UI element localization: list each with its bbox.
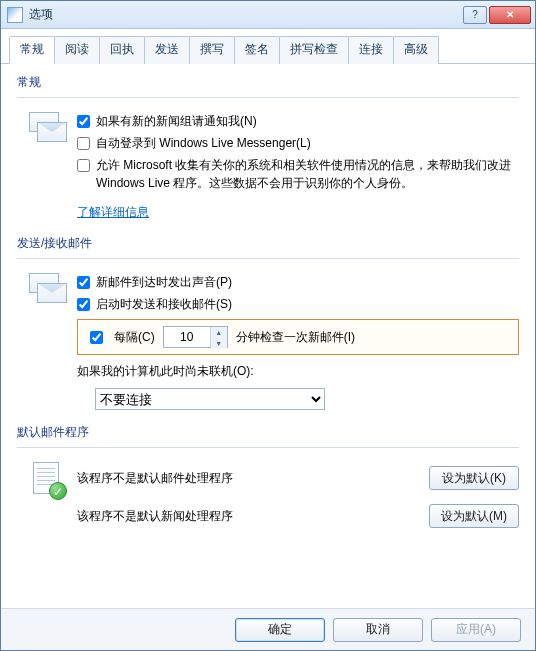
tab-4[interactable]: 撰写	[189, 36, 235, 64]
envelopes-icon	[27, 271, 67, 305]
section-sendrecv-header: 发送/接收邮件	[17, 235, 519, 252]
tab-7[interactable]: 连接	[348, 36, 394, 64]
app-icon	[7, 7, 23, 23]
startup-sendrecv-label[interactable]: 启动时发送和接收邮件(S)	[96, 295, 519, 313]
window-buttons: ? ✕	[463, 6, 531, 24]
tab-5[interactable]: 签名	[234, 36, 280, 64]
default-news-text: 该程序不是默认新闻处理程序	[77, 508, 429, 525]
section-defaults: 默认邮件程序 ✓ 该程序不是默认邮件处理程序 设为默认(K) 该程序不是默认新闻…	[17, 424, 519, 542]
offline-action-select[interactable]: 不要连接	[95, 388, 325, 410]
auto-login-checkbox[interactable]	[77, 137, 90, 150]
play-sound-label[interactable]: 新邮件到达时发出声音(P)	[96, 273, 519, 291]
tab-6[interactable]: 拼写检查	[279, 36, 349, 64]
window-title: 选项	[29, 6, 463, 23]
interval-suffix: 分钟检查一次新邮件(I)	[236, 329, 355, 346]
close-button[interactable]: ✕	[489, 6, 531, 24]
auto-login-label[interactable]: 自动登录到 Windows Live Messenger(L)	[96, 134, 519, 152]
divider	[17, 97, 519, 98]
help-button[interactable]: ?	[463, 6, 487, 24]
tab-bar: 常规阅读回执发送撰写签名拼写检查连接高级	[1, 29, 535, 64]
tab-0[interactable]: 常规	[9, 36, 55, 64]
document-check-icon: ✓	[27, 460, 67, 500]
check-every-checkbox[interactable]	[90, 331, 103, 344]
check-every-label[interactable]: 每隔(C)	[114, 329, 155, 346]
dialog-footer: 确定 取消 应用(A)	[1, 608, 535, 650]
interval-input[interactable]	[164, 327, 210, 347]
options-window: 选项 ? ✕ 常规阅读回执发送撰写签名拼写检查连接高级 常规 如果有新的新闻组	[0, 0, 536, 651]
startup-sendrecv-checkbox[interactable]	[77, 298, 90, 311]
apply-button[interactable]: 应用(A)	[431, 618, 521, 642]
tab-3[interactable]: 发送	[144, 36, 190, 64]
titlebar: 选项 ? ✕	[1, 1, 535, 29]
divider	[17, 258, 519, 259]
play-sound-checkbox[interactable]	[77, 276, 90, 289]
allow-ms-checkbox[interactable]	[77, 159, 90, 172]
section-general-header: 常规	[17, 74, 519, 91]
section-general: 常规 如果有新的新闻组请通知我(N) 自动登录到 Windows Live Me…	[17, 74, 519, 221]
tab-content: 常规 如果有新的新闻组请通知我(N) 自动登录到 Windows Live Me…	[1, 64, 535, 608]
notify-newsgroup-label[interactable]: 如果有新的新闻组请通知我(N)	[96, 112, 519, 130]
set-default-news-button[interactable]: 设为默认(M)	[429, 504, 519, 528]
allow-ms-label[interactable]: 允许 Microsoft 收集有关你的系统和相关软件使用情况的信息，来帮助我们改…	[96, 156, 519, 192]
envelope-icon	[27, 110, 67, 144]
tab-2[interactable]: 回执	[99, 36, 145, 64]
spinner-up[interactable]: ▲	[211, 327, 227, 338]
section-defaults-header: 默认邮件程序	[17, 424, 519, 441]
notify-newsgroup-checkbox[interactable]	[77, 115, 90, 128]
tab-8[interactable]: 高级	[393, 36, 439, 64]
interval-highlight-box: 每隔(C) ▲ ▼ 分钟检查一次新邮件(I)	[77, 319, 519, 355]
ok-button[interactable]: 确定	[235, 618, 325, 642]
section-sendrecv: 发送/接收邮件 新邮件到达时发出声音(P) 启动时发送和接收邮件(S)	[17, 235, 519, 410]
interval-spinner: ▲ ▼	[163, 326, 228, 348]
spinner-down[interactable]: ▼	[211, 338, 227, 349]
default-mail-text: 该程序不是默认邮件处理程序	[77, 470, 429, 487]
cancel-button[interactable]: 取消	[333, 618, 423, 642]
set-default-mail-button[interactable]: 设为默认(K)	[429, 466, 519, 490]
tab-1[interactable]: 阅读	[54, 36, 100, 64]
learn-more-link[interactable]: 了解详细信息	[77, 204, 149, 221]
divider	[17, 447, 519, 448]
offline-label: 如果我的计算机此时尚未联机(O):	[77, 363, 519, 380]
